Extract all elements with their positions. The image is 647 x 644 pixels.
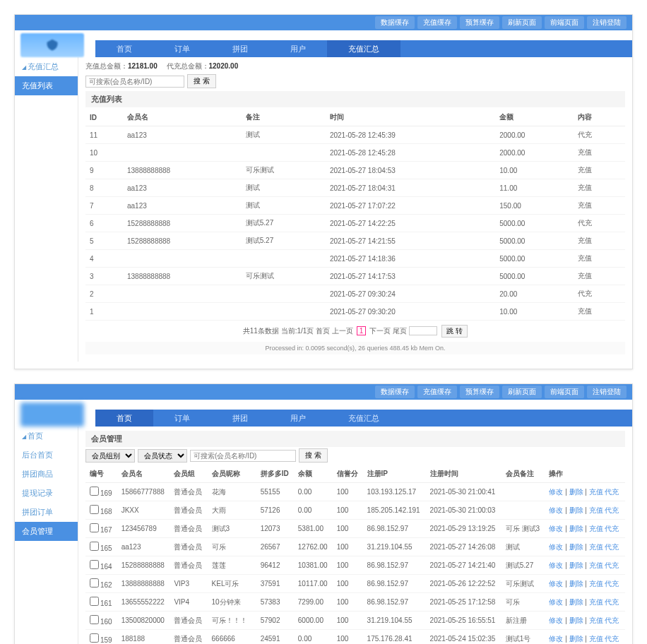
action-link[interactable]: 充值 代充 bbox=[589, 635, 619, 643]
topbar-button[interactable]: 刷新页面 bbox=[502, 16, 542, 29]
action-link[interactable]: 充值 代充 bbox=[589, 580, 619, 588]
action-link[interactable]: 修改 bbox=[549, 525, 563, 532]
header-row: 首页订单拼团用户充值汇总 bbox=[15, 400, 632, 427]
row-checkbox[interactable] bbox=[90, 523, 99, 532]
action-link[interactable]: 修改 bbox=[549, 598, 563, 606]
topbar-button[interactable]: 前端页面 bbox=[545, 386, 584, 398]
topbar-button[interactable]: 充值缓存 bbox=[417, 16, 457, 29]
main-content: 充值总金额：12181.00 代充总金额：12020.00 搜 索 充值列表 I… bbox=[78, 57, 632, 362]
row-checkbox[interactable] bbox=[90, 615, 99, 624]
tab[interactable]: 用户 bbox=[269, 40, 327, 57]
action-link[interactable]: 充值 代充 bbox=[589, 525, 619, 532]
col-header: 会员组 bbox=[170, 465, 207, 483]
col-header: 注册时间 bbox=[426, 465, 501, 483]
action-link[interactable]: 修改 bbox=[549, 580, 563, 588]
action-link[interactable]: 修改 bbox=[549, 506, 563, 514]
tab[interactable]: 充值汇总 bbox=[327, 40, 400, 57]
member-table: 编号会员名会员组会员昵称拼多多ID余额信誉分注册IP注册时间会员备注操作 169… bbox=[85, 465, 625, 644]
tab[interactable]: 充值汇总 bbox=[327, 410, 400, 427]
sidebar-item[interactable]: 充值汇总 bbox=[15, 57, 78, 76]
action-link[interactable]: 删除 bbox=[569, 635, 583, 643]
col-header: 会员备注 bbox=[501, 465, 545, 483]
action-link[interactable]: 删除 bbox=[569, 598, 583, 606]
page-number[interactable]: 1 bbox=[357, 326, 367, 335]
tab[interactable]: 首页 bbox=[95, 410, 153, 427]
topbar-button[interactable]: 预算缓存 bbox=[460, 386, 499, 398]
sidebar-item[interactable]: 首页 bbox=[15, 427, 78, 446]
sidebar: 充值汇总充值列表 bbox=[15, 57, 78, 362]
action-link[interactable]: 删除 bbox=[569, 488, 583, 496]
table-row: 16013500820000普通会员可乐！！！579026000.0010031… bbox=[85, 612, 625, 630]
sidebar-item[interactable]: 后台首页 bbox=[15, 446, 78, 465]
row-checkbox[interactable] bbox=[90, 560, 99, 569]
row-checkbox[interactable] bbox=[90, 487, 99, 496]
topbar-button[interactable]: 前端页面 bbox=[545, 16, 584, 29]
action-link[interactable]: 充值 代充 bbox=[589, 506, 619, 514]
action-link[interactable]: 删除 bbox=[569, 561, 583, 569]
page-input[interactable] bbox=[409, 326, 437, 335]
table-row: 11aa123测试2021-05-28 12:45:392000.00代充 bbox=[85, 126, 625, 144]
topbar-button[interactable]: 注销登陆 bbox=[587, 386, 627, 398]
action-link[interactable]: 充值 代充 bbox=[589, 543, 619, 551]
action-link[interactable]: 修改 bbox=[549, 635, 563, 643]
sidebar-item[interactable]: 提现记录 bbox=[15, 484, 78, 503]
topbar: 数据缓存充值缓存预算缓存刷新页面前端页面注销登陆 bbox=[15, 15, 632, 30]
search-button[interactable]: 搜 索 bbox=[299, 448, 328, 463]
table-row: 16113655552222VIP410分钟来573837299.0010086… bbox=[85, 593, 625, 612]
sidebar-item[interactable]: 充值列表 bbox=[15, 76, 78, 95]
col-header: 会员昵称 bbox=[208, 465, 256, 483]
action-link[interactable]: 充值 代充 bbox=[589, 561, 619, 569]
action-link[interactable]: 修改 bbox=[549, 561, 563, 569]
action-link[interactable]: 删除 bbox=[569, 580, 583, 588]
sidebar-item[interactable]: 拼团订单 bbox=[15, 503, 78, 522]
row-checkbox[interactable] bbox=[90, 633, 99, 643]
search-button[interactable]: 搜 索 bbox=[187, 74, 216, 88]
topbar-button[interactable]: 数据缓存 bbox=[375, 386, 415, 398]
table-row: 102021-05-28 12:45:282000.00充值 bbox=[85, 144, 625, 162]
action-link[interactable]: 充值 代充 bbox=[589, 616, 619, 624]
row-checkbox[interactable] bbox=[90, 542, 99, 551]
topbar-button[interactable]: 注销登陆 bbox=[587, 16, 627, 29]
table-row: 165aa123普通会员可乐2656712762.0010031.219.104… bbox=[85, 538, 625, 556]
tab[interactable]: 首页 bbox=[95, 40, 153, 57]
tab[interactable]: 用户 bbox=[269, 410, 327, 427]
search-input[interactable] bbox=[190, 450, 296, 462]
action-link[interactable]: 修改 bbox=[549, 543, 563, 551]
search-row: 搜 索 bbox=[85, 74, 625, 88]
col-header: 拼多多ID bbox=[256, 465, 294, 483]
col-header: 会员名 bbox=[123, 109, 242, 126]
tab[interactable]: 拼团 bbox=[211, 40, 269, 57]
action-link[interactable]: 删除 bbox=[569, 616, 583, 624]
table-row: 16213888888888VIP3KEL可乐3759110117.001008… bbox=[85, 575, 625, 593]
action-link[interactable]: 修改 bbox=[549, 488, 563, 496]
table-row: 168JKXX普通会员大雨571260.00100185.205.142.191… bbox=[85, 501, 625, 520]
action-link[interactable]: 删除 bbox=[569, 543, 583, 551]
topbar-button[interactable]: 预算缓存 bbox=[460, 16, 499, 29]
topbar-button[interactable]: 数据缓存 bbox=[375, 16, 415, 29]
row-checkbox[interactable] bbox=[90, 505, 99, 514]
search-input[interactable] bbox=[85, 76, 184, 88]
table-row: 16415288888888普通会员莲莲9641210381.0010086.9… bbox=[85, 556, 625, 575]
tab[interactable]: 订单 bbox=[153, 40, 211, 57]
panel-recharge: 数据缓存充值缓存预算缓存刷新页面前端页面注销登陆 首页订单拼团用户充值汇总 充值… bbox=[14, 14, 633, 369]
row-checkbox[interactable] bbox=[90, 597, 99, 606]
sidebar-item[interactable]: 会员管理 bbox=[15, 522, 78, 541]
table-row: 22021-05-27 09:30:2420.00代充 bbox=[85, 285, 625, 303]
action-link[interactable]: 删除 bbox=[569, 525, 583, 532]
tab[interactable]: 拼团 bbox=[211, 410, 269, 427]
tab[interactable]: 订单 bbox=[153, 410, 211, 427]
action-link[interactable]: 删除 bbox=[569, 506, 583, 514]
topbar-button[interactable]: 充值缓存 bbox=[417, 386, 457, 398]
action-link[interactable]: 修改 bbox=[549, 616, 563, 624]
page-go-button[interactable]: 跳 转 bbox=[441, 325, 468, 338]
action-link[interactable]: 充值 代充 bbox=[589, 488, 619, 496]
topbar: 数据缓存充值缓存预算缓存刷新页面前端页面注销登陆 bbox=[15, 384, 632, 400]
summary-line: 充值总金额：12181.00 代充总金额：12020.00 bbox=[85, 61, 625, 71]
row-checkbox[interactable] bbox=[90, 578, 99, 588]
status-select[interactable]: 会员状态 bbox=[138, 449, 187, 463]
col-header: 备注 bbox=[242, 109, 326, 126]
action-link[interactable]: 充值 代充 bbox=[589, 598, 619, 606]
group-select[interactable]: 会员组别 bbox=[85, 449, 135, 463]
sidebar-item[interactable]: 拼团商品 bbox=[15, 465, 78, 484]
topbar-button[interactable]: 刷新页面 bbox=[502, 386, 542, 398]
